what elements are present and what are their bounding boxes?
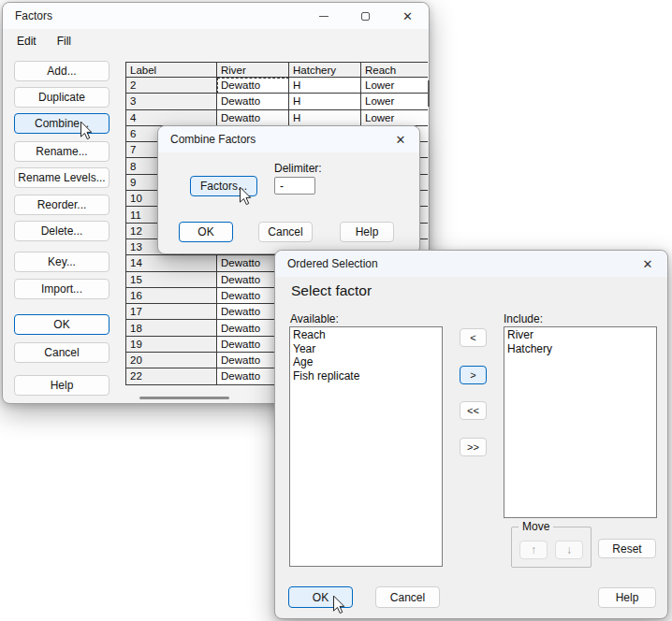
combine-factors-dialog: Combine Factors ✕ Delimiter: Factors... … bbox=[157, 125, 420, 254]
import-button[interactable]: Import... bbox=[14, 279, 110, 299]
cell-reach[interactable]: Lower bbox=[361, 110, 428, 126]
column-header-hatchery[interactable]: Hatchery bbox=[289, 63, 361, 78]
list-item[interactable]: Year bbox=[290, 342, 442, 356]
move-up-button[interactable]: ↑ bbox=[519, 541, 548, 559]
table-row[interactable]: 4 Dewatto H Lower bbox=[126, 110, 428, 126]
help-button[interactable]: Help bbox=[598, 587, 656, 608]
minimize-icon bbox=[319, 16, 329, 17]
ok-button[interactable]: OK bbox=[179, 222, 233, 242]
cell-label[interactable]: 18 bbox=[126, 320, 217, 336]
ordered-selection-dialog: Ordered Selection ✕ Select factor Availa… bbox=[274, 250, 668, 619]
factors-window-title: Factors bbox=[15, 9, 52, 22]
table-row[interactable]: 2 Dewatto H Lower bbox=[126, 78, 428, 94]
cell-label[interactable]: 16 bbox=[126, 288, 217, 304]
maximize-icon bbox=[361, 12, 370, 21]
cell-river[interactable]: Dewatto bbox=[217, 110, 289, 126]
rename-levels-button[interactable]: Rename Levels... bbox=[14, 167, 110, 188]
help-button[interactable]: Help bbox=[340, 222, 394, 242]
factors-button[interactable]: Factors... bbox=[190, 176, 257, 196]
include-listbox[interactable]: River Hatchery bbox=[504, 326, 657, 518]
list-item[interactable]: Age bbox=[290, 355, 442, 369]
move-right-button[interactable]: > bbox=[460, 366, 487, 384]
cell-label[interactable]: 14 bbox=[126, 255, 217, 271]
move-down-button[interactable]: ↓ bbox=[555, 541, 583, 559]
cell-label[interactable]: 20 bbox=[126, 353, 217, 368]
menubar: Edit Fill bbox=[3, 29, 429, 53]
column-header-reach[interactable]: Reach bbox=[361, 63, 428, 78]
delimiter-label: Delimiter: bbox=[274, 162, 322, 175]
cell-river-focused[interactable]: Dewatto bbox=[217, 78, 289, 94]
table-row[interactable]: 3 Dewatto H Lower bbox=[126, 94, 428, 109]
reorder-button[interactable]: Reorder... bbox=[14, 195, 110, 215]
list-item[interactable]: River bbox=[504, 328, 656, 342]
combine-dialog-title: Combine Factors bbox=[170, 133, 256, 146]
cancel-button[interactable]: Cancel bbox=[14, 342, 110, 363]
cell-label[interactable]: 19 bbox=[126, 337, 217, 353]
cell-label[interactable]: 22 bbox=[126, 368, 217, 384]
vertical-scrollbar[interactable] bbox=[428, 80, 430, 107]
table-header: Label River Hatchery Reach bbox=[126, 63, 428, 78]
column-header-label[interactable]: Label bbox=[126, 63, 217, 78]
list-item[interactable]: Fish replicate bbox=[290, 369, 442, 383]
available-listbox[interactable]: Reach Year Age Fish replicate bbox=[289, 326, 443, 567]
cancel-button[interactable]: Cancel bbox=[258, 222, 313, 242]
ordered-dialog-title: Ordered Selection bbox=[287, 257, 378, 270]
ordered-titlebar[interactable]: Ordered Selection bbox=[275, 251, 667, 277]
horizontal-scrollbar[interactable] bbox=[139, 397, 229, 399]
minimize-button[interactable] bbox=[302, 3, 344, 29]
maximize-button[interactable] bbox=[344, 3, 387, 29]
move-all-left-button[interactable]: << bbox=[460, 401, 487, 420]
move-group-label: Move bbox=[519, 520, 553, 533]
move-left-button[interactable]: < bbox=[460, 328, 487, 347]
delete-button[interactable]: Delete... bbox=[14, 221, 110, 241]
caption-buttons: ✕ bbox=[302, 3, 429, 29]
combine-titlebar[interactable]: Combine Factors bbox=[158, 126, 419, 152]
duplicate-button[interactable]: Duplicate bbox=[14, 87, 110, 108]
add-button[interactable]: Add... bbox=[14, 61, 110, 81]
cell-hatchery[interactable]: H bbox=[289, 78, 361, 94]
menu-fill[interactable]: Fill bbox=[57, 35, 71, 48]
list-item[interactable]: Reach bbox=[290, 328, 442, 342]
cancel-button[interactable]: Cancel bbox=[375, 586, 440, 608]
delimiter-input[interactable] bbox=[274, 177, 315, 195]
rename-button[interactable]: Rename... bbox=[14, 141, 110, 162]
close-button[interactable]: ✕ bbox=[387, 3, 429, 29]
cell-label[interactable]: 15 bbox=[126, 272, 217, 288]
combine-button[interactable]: Combine... bbox=[14, 113, 110, 134]
close-icon: ✕ bbox=[402, 10, 413, 22]
cell-river[interactable]: Dewatto bbox=[217, 94, 289, 109]
cell-reach[interactable]: Lower bbox=[361, 94, 428, 109]
reset-button[interactable]: Reset bbox=[598, 539, 656, 558]
screen: Factors ✕ Edit Fill Add... Duplicate Com… bbox=[0, 0, 672, 621]
list-item[interactable]: Hatchery bbox=[504, 342, 656, 356]
select-factor-heading: Select factor bbox=[291, 282, 372, 299]
move-all-right-button[interactable]: >> bbox=[460, 438, 487, 456]
cell-label[interactable]: 17 bbox=[126, 304, 217, 320]
close-icon: ✕ bbox=[396, 134, 406, 146]
arrow-up-icon: ↑ bbox=[531, 543, 536, 556]
cell-hatchery[interactable]: H bbox=[289, 94, 361, 109]
available-label: Available: bbox=[290, 312, 339, 325]
close-icon: ✕ bbox=[643, 258, 653, 270]
cell-label[interactable]: 2 bbox=[126, 78, 217, 94]
column-header-river[interactable]: River bbox=[217, 63, 289, 78]
move-group: Move ↑ ↓ bbox=[511, 527, 592, 568]
close-button[interactable]: ✕ bbox=[628, 251, 667, 277]
cell-hatchery[interactable]: H bbox=[289, 110, 361, 126]
close-button[interactable]: ✕ bbox=[382, 126, 419, 152]
ok-button[interactable]: OK bbox=[288, 586, 353, 608]
cell-label[interactable]: 4 bbox=[126, 110, 217, 126]
arrow-down-icon: ↓ bbox=[566, 543, 572, 556]
menu-edit[interactable]: Edit bbox=[17, 35, 37, 48]
cell-reach[interactable]: Lower bbox=[361, 78, 428, 94]
cell-label[interactable]: 3 bbox=[126, 94, 217, 109]
key-button[interactable]: Key... bbox=[14, 252, 110, 272]
ok-button[interactable]: OK bbox=[14, 314, 110, 335]
help-button[interactable]: Help bbox=[14, 375, 110, 396]
include-label: Include: bbox=[504, 312, 543, 325]
